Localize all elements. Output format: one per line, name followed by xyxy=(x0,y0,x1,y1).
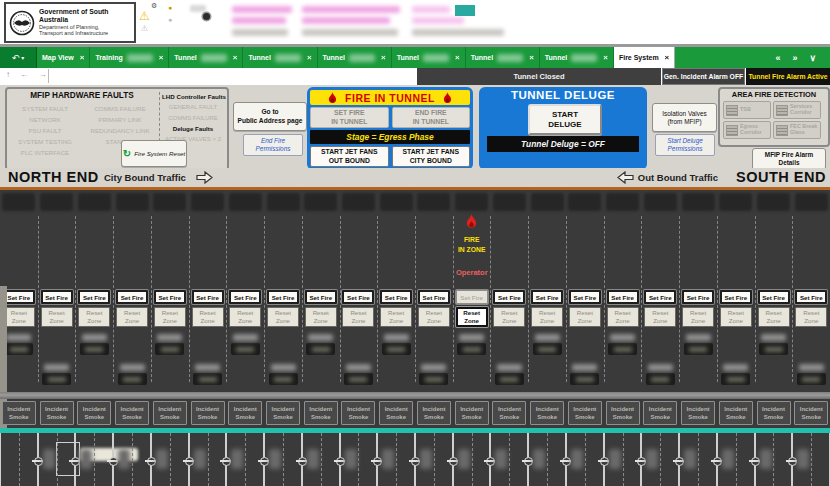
valve-icon[interactable] xyxy=(486,457,495,466)
reset-zone-button[interactable]: ResetZone xyxy=(569,307,601,327)
incident-smoke-button[interactable]: IncidentSmoke xyxy=(77,401,111,425)
tab-tunnel[interactable]: Tunnel× xyxy=(540,47,614,68)
valve-icon[interactable] xyxy=(637,457,646,466)
tab-close-icon[interactable]: × xyxy=(381,53,386,62)
reset-zone-button[interactable]: ResetZone xyxy=(493,307,525,327)
incident-smoke-button[interactable]: IncidentSmoke xyxy=(492,401,526,425)
tab-fire-system[interactable]: Fire System× xyxy=(614,47,675,68)
reset-zone-button[interactable]: ResetZone xyxy=(3,307,35,327)
tunnel-fire-alarm-status[interactable]: Tunnel Fire Alarm Active xyxy=(746,68,830,85)
start-deluge-permissions-button[interactable]: Start Deluge Permissions xyxy=(655,134,715,156)
tab-scroll-left-icon[interactable]: « xyxy=(775,53,780,63)
valve-icon[interactable] xyxy=(524,457,533,466)
valve-icon[interactable] xyxy=(411,457,420,466)
fire-system-reset-button[interactable]: ↻ Fire System Reset xyxy=(121,140,187,167)
valve-icon[interactable] xyxy=(600,457,609,466)
tab-close-icon[interactable]: × xyxy=(603,53,608,62)
reset-zone-button[interactable]: ResetZone xyxy=(531,307,563,327)
start-deluge-button[interactable]: START DELUGE xyxy=(528,104,602,135)
tab-training[interactable]: Training× xyxy=(90,47,169,68)
area-fire-item-services-corridor[interactable]: Services Corridor xyxy=(773,101,821,119)
tab-close-icon[interactable]: × xyxy=(455,53,460,62)
incident-smoke-button[interactable]: IncidentSmoke xyxy=(341,401,375,425)
reset-zone-button[interactable]: ResetZone xyxy=(380,307,412,327)
incident-smoke-button[interactable]: IncidentSmoke xyxy=(794,401,828,425)
public-address-button[interactable]: Go to Public Address page xyxy=(233,102,307,131)
set-fire-in-tunnel-button[interactable]: SET FIRE IN TUNNEL xyxy=(310,107,389,128)
start-jet-fans-outbound-button[interactable]: START JET FANS OUT BOUND xyxy=(310,146,389,167)
reset-zone-button[interactable]: ResetZone xyxy=(720,307,752,327)
valve-icon[interactable] xyxy=(713,457,722,466)
valve-icon[interactable] xyxy=(449,457,458,466)
incident-smoke-button[interactable]: IncidentSmoke xyxy=(606,401,640,425)
reset-zone-button[interactable]: ResetZone xyxy=(342,307,374,327)
reset-zone-button[interactable]: ResetZone xyxy=(305,307,337,327)
set-fire-button[interactable]: Set Fire xyxy=(720,290,752,304)
set-fire-button[interactable]: Set Fire xyxy=(531,290,563,304)
tab-tunnel[interactable]: Tunnel× xyxy=(392,47,466,68)
incident-smoke-button[interactable]: IncidentSmoke xyxy=(417,401,451,425)
reset-zone-button[interactable]: ResetZone xyxy=(456,307,488,327)
tab-close-icon[interactable]: × xyxy=(307,53,312,62)
valve-icon[interactable] xyxy=(298,457,307,466)
valve-icon[interactable] xyxy=(788,457,797,466)
valve-icon[interactable] xyxy=(109,457,118,466)
set-fire-button[interactable]: Set Fire xyxy=(607,290,639,304)
incident-smoke-button[interactable]: IncidentSmoke xyxy=(40,401,74,425)
set-fire-button[interactable]: Set Fire xyxy=(493,290,525,304)
set-fire-button[interactable]: Set Fire xyxy=(758,290,790,304)
incident-smoke-button[interactable]: IncidentSmoke xyxy=(757,401,791,425)
valve-icon[interactable] xyxy=(222,457,231,466)
reset-zone-button[interactable]: ResetZone xyxy=(154,307,186,327)
incident-smoke-button[interactable]: IncidentSmoke xyxy=(115,401,149,425)
reset-zone-button[interactable]: ResetZone xyxy=(418,307,450,327)
incident-smoke-button[interactable]: IncidentSmoke xyxy=(643,401,677,425)
valve-icon[interactable] xyxy=(185,457,194,466)
incident-smoke-button[interactable]: IncidentSmoke xyxy=(304,401,338,425)
area-fire-item-tsb[interactable]: TSB xyxy=(723,101,771,119)
set-fire-button[interactable]: Set Fire xyxy=(569,290,601,304)
incident-smoke-button[interactable]: IncidentSmoke xyxy=(266,401,300,425)
reset-zone-button[interactable]: ResetZone xyxy=(229,307,261,327)
incident-smoke-button[interactable]: IncidentSmoke xyxy=(568,401,602,425)
mfip-fire-alarm-details-button[interactable]: MFIP Fire Alarm Details xyxy=(752,148,826,170)
valve-icon[interactable] xyxy=(260,457,269,466)
reset-zone-button[interactable]: ResetZone xyxy=(758,307,790,327)
tab-close-icon[interactable]: × xyxy=(529,53,534,62)
set-fire-button[interactable]: Set Fire xyxy=(644,290,676,304)
gen-incident-alarm-status[interactable]: Gen. Incident Alarm OFF xyxy=(662,68,745,85)
incident-smoke-button[interactable]: IncidentSmoke xyxy=(530,401,564,425)
set-fire-button[interactable]: Set Fire xyxy=(229,290,261,304)
area-fire-item-egress-corridor[interactable]: Egress Corridor xyxy=(723,121,771,139)
tab-close-icon[interactable]: × xyxy=(80,53,85,62)
valve-icon[interactable] xyxy=(34,457,43,466)
valve-icon[interactable] xyxy=(336,457,345,466)
reset-zone-button[interactable]: ResetZone xyxy=(795,307,827,327)
reset-zone-button[interactable]: ResetZone xyxy=(41,307,73,327)
set-fire-button[interactable]: Set Fire xyxy=(78,290,110,304)
tab-scroll-right-icon[interactable]: » xyxy=(792,53,797,63)
set-fire-button[interactable]: Set Fire xyxy=(41,290,73,304)
warning-icon[interactable]: ⚠ xyxy=(139,9,150,23)
reset-zone-button[interactable]: ResetZone xyxy=(116,307,148,327)
reset-zone-button[interactable]: ResetZone xyxy=(682,307,714,327)
set-fire-button[interactable]: Set Fire xyxy=(3,290,35,304)
valve-icon[interactable] xyxy=(675,457,684,466)
set-fire-button[interactable]: Set Fire xyxy=(305,290,337,304)
start-jet-fans-citybound-button[interactable]: START JET FANS CITY BOUND xyxy=(392,146,471,167)
incident-smoke-button[interactable]: IncidentSmoke xyxy=(455,401,489,425)
valve-icon[interactable] xyxy=(562,457,571,466)
tab-close-icon[interactable]: × xyxy=(159,53,164,62)
incident-smoke-button[interactable]: IncidentSmoke xyxy=(2,401,36,425)
reset-zone-button[interactable]: ResetZone xyxy=(192,307,224,327)
set-fire-button[interactable]: Set Fire xyxy=(267,290,299,304)
valve-icon[interactable] xyxy=(373,457,382,466)
set-fire-button[interactable]: Set Fire xyxy=(116,290,148,304)
set-fire-button[interactable]: Set Fire xyxy=(795,290,827,304)
valve-icon[interactable] xyxy=(751,457,760,466)
set-fire-button[interactable]: Set Fire xyxy=(192,290,224,304)
area-fire-item-fec-break-glass[interactable]: FEC Break Glass xyxy=(773,121,821,139)
valve-icon[interactable] xyxy=(147,457,156,466)
tab-tunnel[interactable]: Tunnel× xyxy=(466,47,540,68)
reset-zone-button[interactable]: ResetZone xyxy=(607,307,639,327)
